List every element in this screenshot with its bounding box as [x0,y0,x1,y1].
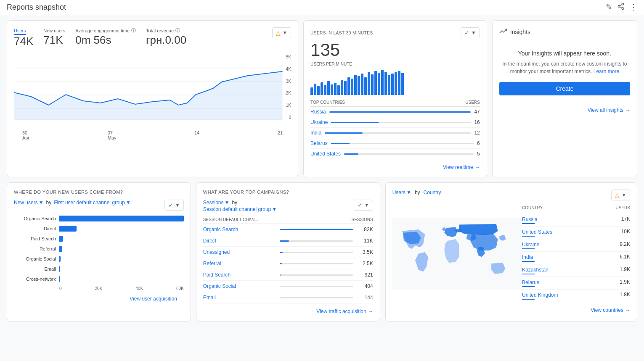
axis-20k: 20K [95,286,103,291]
x-label-14: 14 [194,130,199,140]
metrics-row: Users 74K New users 71K Average engageme… [14,27,186,48]
y-label-3k: 3K [286,79,291,84]
hbar-track-paid-search [59,236,184,242]
view-realtime-link[interactable]: View realtime → [310,164,480,170]
clist-val-india: 6.1K [620,254,630,262]
session-value-email: 144 [356,295,373,300]
country-row-belarus: Belarus 6 [310,138,480,149]
bar-mini [344,81,347,95]
horizontal-bar-chart: Organic Search Direct Paid Search [14,216,184,291]
acquisition-dropdown-btn[interactable]: ✓ ▼ [164,200,184,211]
y-label-5k: 5K [286,55,291,59]
session-name-email[interactable]: Email [203,295,276,300]
clist-val-ukraine: 9.2K [620,241,630,249]
clist-name-kazakhstan[interactable]: Kazakhstan [522,267,549,273]
country-name-india[interactable]: India [310,130,321,136]
session-name-direct[interactable]: Direct [203,238,276,244]
hbar-label-paid-search: Paid Search [14,236,56,241]
country-name-belarus[interactable]: Belarus [310,140,328,146]
more-icon[interactable]: ⋮ [630,3,637,12]
clist-name-belarus[interactable]: Belarus [522,279,539,285]
info-icon-engagement[interactable]: ⓘ [131,27,136,34]
axis-60k: 60K [176,286,184,291]
country-bar-india [325,132,471,134]
session-bar-organic-social [280,286,353,287]
edit-icon[interactable]: ✎ [606,3,612,12]
campaigns-dim-link[interactable]: Session default channel group ▼ [203,206,277,212]
new-users-filter: New users ▼ by First user default channe… [14,200,131,206]
session-name-referral[interactable]: Referral [203,261,276,266]
view-all-insights-link[interactable]: View all insights → [499,107,630,113]
chevron-down-icon-campaigns: ▼ [225,200,230,206]
session-name-organic-search[interactable]: Organic Search [203,227,276,232]
new-users-filter-link[interactable]: New users ▼ [14,200,44,206]
session-bar-direct [280,240,353,242]
hbar-fill-direct [59,226,77,232]
view-countries-link[interactable]: View countries → [392,307,630,313]
realtime-dropdown-btn[interactable]: ✓ ▼ [461,27,480,38]
session-name-paid-search[interactable]: Paid Search [203,272,276,278]
country-name-ukraine[interactable]: Ukraine [310,119,328,125]
bar-mini [395,72,397,95]
bar-mini [347,77,350,95]
view-user-acquisition-link[interactable]: View user acquisition → [14,296,184,302]
clist-name-uk[interactable]: United Kingdom [522,292,558,298]
svg-point-2 [622,8,624,10]
learn-more-link[interactable]: Learn more [594,69,619,74]
users-label[interactable]: Users [14,28,26,35]
session-row-unassigned: Unassigned 3.5K [203,247,373,258]
hbar-label-cross-network: Cross-network [14,277,56,282]
clist-val-kazakhstan: 1.9K [620,266,630,274]
clist-name-us[interactable]: United States [522,229,552,235]
bar-mini [371,74,374,95]
session-name-unassigned[interactable]: Unassigned [203,249,276,255]
insights-trend-icon [499,27,507,37]
create-insights-button[interactable]: Create [499,82,630,95]
view-traffic-acquisition-link[interactable]: View traffic acquisition → [203,308,373,314]
geo-users-link[interactable]: Users ▼ [392,190,411,195]
x-label-may07: 07May [108,130,117,140]
geo-filter: Users ▼ by Country [392,190,441,195]
top-countries-users-col: USERS [465,100,480,105]
geo-country-link[interactable]: Country [424,190,441,195]
country-bar-us [344,153,474,155]
y-label-1k: 1K [286,103,291,108]
top-countries-col-label: TOP COUNTRIES [310,100,345,105]
sessions-col-sessions: SESSIONS [352,217,373,222]
country-name-us[interactable]: United States [310,151,341,157]
share-icon[interactable] [617,3,625,12]
app-header: Reports snapshot ✎ ⋮ [0,0,644,15]
bar-mini [317,86,320,95]
session-bar-organic-search [280,229,353,230]
session-name-organic-social[interactable]: Organic Social [203,283,276,289]
bar-mini [378,73,380,95]
country-name-russia[interactable]: Russia [310,109,326,115]
clist-name-ukraine[interactable]: Ukraine [522,242,539,248]
acquisition-dim-link[interactable]: First user default channel group ▼ [54,200,131,206]
svg-line-4 [620,5,622,6]
campaigns-filter-wrap: Sessions ▼ by Session default channel gr… [203,200,277,212]
sessions-table: SESSION DEFAULT CHAN... SESSIONS Organic… [203,217,373,303]
svg-point-0 [622,3,624,5]
clist-row-russia: Russia 17K [522,214,630,227]
clist-val-us: 10K [621,229,630,237]
metric-dropdown-btn[interactable]: △ ▼ [272,27,291,38]
clist-name-wrap-ukraine: Ukraine [522,241,539,249]
country-bar-belarus [331,143,474,144]
insights-header: Insights [499,27,630,37]
main-content: Users 74K New users 71K Average engageme… [0,15,644,327]
sessions-col-chan: SESSION DEFAULT CHAN... [203,217,258,222]
geo-dropdown-btn[interactable]: △ ▼ [611,190,630,200]
geo-country-list: COUNTRY USERS Russia 17K United States [522,206,630,302]
clist-row-belarus: Belarus 1.9K [522,277,630,290]
check-icon-acquisition: ✓ [168,202,173,208]
clist-name-russia[interactable]: Russia [522,216,538,222]
campaigns-dropdown-btn[interactable]: ✓ ▼ [354,200,373,211]
campaigns-filter-link[interactable]: Sessions ▼ [203,200,230,206]
clist-name-india[interactable]: India [522,254,533,260]
header-actions: ✎ ⋮ [606,3,637,12]
realtime-number: 135 [310,40,480,60]
col-users: USERS [616,206,630,210]
info-icon-revenue[interactable]: ⓘ [175,27,180,34]
bar-mini [334,83,337,95]
